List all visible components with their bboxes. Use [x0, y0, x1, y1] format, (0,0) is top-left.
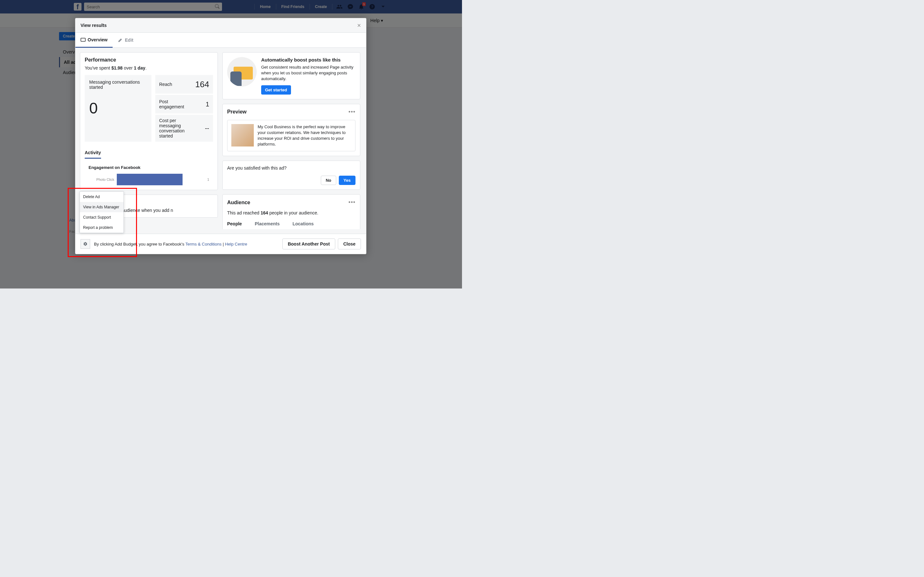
preview-content: My Cool Business is the perfect way to i…	[227, 120, 355, 152]
tab-overview[interactable]: Overview	[75, 33, 113, 48]
satisfied-yes-button[interactable]: Yes	[339, 176, 355, 185]
engagement-bar-fill	[117, 174, 183, 185]
metric-conversations: Messaging conversations started 0	[85, 75, 152, 142]
metric-reach: Reach 164	[155, 75, 213, 93]
audience-more-icon[interactable]: •••	[349, 199, 355, 206]
close-button[interactable]: Close	[338, 239, 361, 250]
preview-heading: Preview	[227, 109, 246, 115]
boost-title: Automatically boost posts like this	[261, 57, 355, 63]
tab-overview-label: Overview	[87, 37, 107, 42]
edit-icon	[118, 37, 123, 43]
boost-illustration	[227, 57, 257, 87]
performance-card: Performance You've spent $1.98 over 1 da…	[80, 52, 218, 190]
gear-button[interactable]	[81, 239, 90, 249]
boost-description: Get consistent results and increased Pag…	[261, 64, 355, 82]
menu-contact-support[interactable]: Contact Support	[80, 212, 124, 222]
performance-heading: Performance	[85, 57, 213, 63]
tab-edit[interactable]: Edit	[113, 33, 138, 47]
satisfied-no-button[interactable]: No	[321, 176, 336, 185]
footer-terms-text: By clicking Add Budget, you agree to Fac…	[94, 242, 247, 247]
satisfied-card: Are you satisfied with this ad? No Yes	[222, 161, 360, 190]
close-icon[interactable]: ×	[357, 23, 361, 27]
audience-tab-placements[interactable]: Placements	[255, 221, 280, 229]
performance-subtitle: You've spent $1.98 over 1 day.	[85, 65, 213, 71]
metric-conversations-label: Messaging conversations started	[89, 79, 147, 90]
engagement-bar-row: Photo Click 1	[85, 174, 213, 185]
boost-card: Automatically boost posts like this Get …	[222, 52, 360, 99]
audience-tab-locations[interactable]: Locations	[292, 221, 314, 229]
satisfied-question: Are you satisfied with this ad?	[227, 165, 355, 171]
menu-delete-ad[interactable]: Delete Ad	[80, 192, 124, 202]
svg-rect-2	[81, 38, 86, 41]
modal-tabs: Overview Edit	[75, 33, 366, 48]
menu-view-ads-manager[interactable]: View in Ads Manager	[80, 202, 124, 212]
terms-link[interactable]: Terms & Conditions	[186, 242, 222, 247]
metric-cost: Cost per messaging conversation started …	[155, 115, 213, 142]
tab-edit-label: Edit	[125, 37, 133, 43]
audience-reach-text: This ad reached 164 people in your audie…	[227, 210, 355, 215]
gear-context-menu: Delete Ad View in Ads Manager Contact Su…	[79, 191, 124, 233]
metric-engagement: Post engagement 1	[155, 95, 213, 113]
audience-heading: Audience	[227, 200, 250, 205]
audience-card: Audience ••• This ad reached 164 people …	[222, 194, 360, 229]
menu-report-problem[interactable]: Report a problem	[80, 222, 124, 233]
audience-tab-people[interactable]: People	[227, 221, 242, 229]
modal-footer: By clicking Add Budget, you agree to Fac…	[75, 234, 366, 254]
modal-header: View results ×	[75, 18, 366, 33]
engagement-bar-value: 1	[207, 177, 209, 181]
gear-icon	[83, 242, 87, 246]
preview-card: Preview ••• My Cool Business is the perf…	[222, 104, 360, 156]
preview-image	[231, 124, 254, 147]
get-started-button[interactable]: Get started	[261, 85, 291, 95]
modal-title: View results	[81, 23, 107, 28]
engagement-bar-label: Photo Click	[89, 177, 114, 181]
engagement-heading: Engagement on Facebook	[89, 165, 213, 170]
subtab-activity[interactable]: Activity	[85, 147, 101, 159]
preview-text: My Cool Business is the perfect way to i…	[258, 124, 351, 147]
boost-another-button[interactable]: Boost Another Post	[282, 239, 335, 250]
overview-icon	[81, 37, 86, 42]
preview-more-icon[interactable]: •••	[349, 109, 355, 115]
metric-conversations-value: 0	[89, 99, 147, 117]
help-centre-link[interactable]: Help Centre	[225, 242, 247, 247]
